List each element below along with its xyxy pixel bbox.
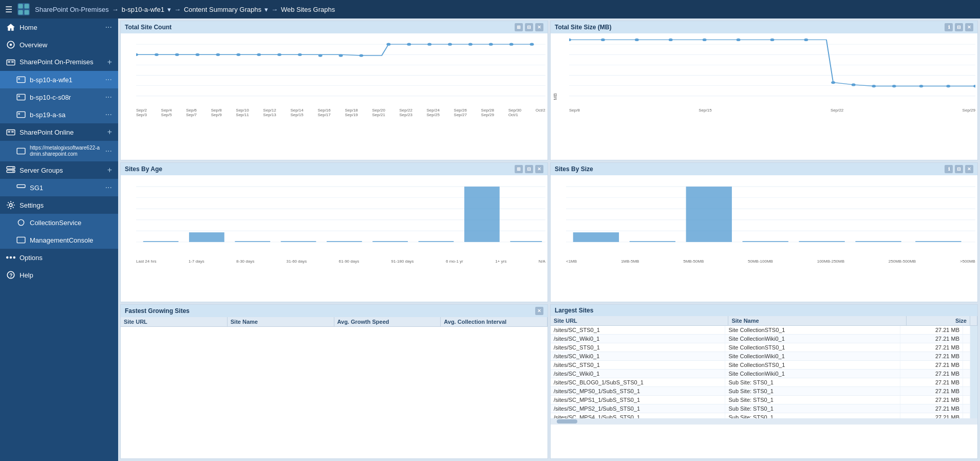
collection-service-icon <box>16 218 26 227</box>
ls-scroll-cell <box>963 413 970 418</box>
svg-point-47 <box>175 53 179 56</box>
close2-icon[interactable]: ✕ <box>965 23 973 31</box>
sidebar-item-home[interactable]: Home ··· <box>0 19 118 36</box>
sp-online-url-icon <box>16 146 26 156</box>
close-icon[interactable]: ✕ <box>535 23 543 31</box>
svg-rect-105 <box>143 241 179 242</box>
svg-rect-24 <box>17 185 25 188</box>
total-site-count-title: Total Site Count <box>125 24 172 31</box>
svg-point-63 <box>510 43 514 46</box>
largest-sites-horizontal-scrollbar[interactable] <box>551 418 977 425</box>
server-groups-label: Server Groups <box>20 167 103 174</box>
sidebar-item-server-groups[interactable]: Server Groups + <box>0 161 118 179</box>
fastest-growing-table-header: Site URL Site Name Avg. Growth Speed Avg… <box>121 317 548 327</box>
grid2-icon[interactable]: ⊟ <box>955 23 963 31</box>
svg-rect-110 <box>372 241 408 242</box>
ls-site-url: /sites/SC_Wiki0_1 <box>551 352 725 360</box>
ls-site-url: /sites/SC_STS0_1 <box>551 326 725 334</box>
sidebar-item-overview[interactable]: Overview <box>0 36 118 53</box>
svg-point-29 <box>6 256 9 259</box>
sites-by-age-controls: ⊞ ⊟ ✕ <box>515 165 543 173</box>
sp-node3-more-icon[interactable]: ··· <box>105 110 112 119</box>
ls-size: 27.21 MB <box>900 387 963 395</box>
ls-size: 27.21 MB <box>900 343 963 352</box>
breadcrumb-node[interactable]: b-sp10-a-wfe1 <box>122 6 164 13</box>
grid4-icon[interactable]: ⊟ <box>955 165 963 173</box>
table-row: /sites/SC_STS0_1 Site CollectionSTS0_1 2… <box>551 343 970 352</box>
server-groups-add-icon[interactable]: + <box>107 165 112 175</box>
sg1-more-icon[interactable]: ··· <box>105 183 112 192</box>
collection-service-label: CollectionService <box>30 219 112 227</box>
sp-online-add-icon[interactable]: + <box>107 127 112 137</box>
breadcrumb-section[interactable]: Content Summary Graphs <box>184 6 261 13</box>
info4-icon[interactable]: ℹ <box>945 165 953 173</box>
sp-node1-more-icon[interactable]: ··· <box>105 75 112 84</box>
sg1-icon <box>16 183 26 192</box>
home-more-icon[interactable]: ··· <box>105 23 112 32</box>
svg-rect-15 <box>18 113 20 115</box>
total-site-count-body: 0 10 20 30 40 50 <box>121 33 548 160</box>
ls-size: 27.21 MB <box>900 413 963 418</box>
ls-site-name: Site CollectionSTS0_1 <box>725 343 900 352</box>
close3-icon[interactable]: ✕ <box>535 165 543 173</box>
ls-size: 27.21 MB <box>900 404 963 413</box>
sidebar-item-help[interactable]: ? Help <box>0 266 118 284</box>
close4-icon[interactable]: ✕ <box>965 165 973 173</box>
sidebar-item-sp-onpremises[interactable]: SharePoint On-Premises + <box>0 53 118 71</box>
breadcrumb-server[interactable]: SharePoint On-Premises <box>35 6 109 13</box>
ls-scroll-cell <box>963 361 970 369</box>
svg-rect-129 <box>743 241 788 242</box>
sidebar-item-settings[interactable]: Settings <box>0 196 118 214</box>
total-site-size-title: Total Site Size (MB) <box>555 24 611 31</box>
svg-point-54 <box>318 54 323 57</box>
expand3-icon[interactable]: ⊞ <box>515 165 523 173</box>
svg-rect-27 <box>17 237 25 243</box>
svg-point-57 <box>386 43 390 46</box>
sp-node3-icon <box>16 110 26 119</box>
sidebar-item-sp-node3[interactable]: b-sp19-a-sa ··· <box>0 106 118 123</box>
sidebar-item-sp-online[interactable]: SharePoint Online + <box>0 123 118 141</box>
largest-sites-body: /sites/SC_STS0_1 Site CollectionSTS0_1 2… <box>551 326 977 418</box>
sp-node2-more-icon[interactable]: ··· <box>105 93 112 102</box>
management-console-icon <box>16 235 26 245</box>
ls-site-url: /sites/SC_STS0_1 <box>551 343 725 352</box>
table-row: /sites/SC_MPS4_1/SubS_STS0_1 Sub Site: S… <box>551 413 970 418</box>
ls-site-url: /sites/SC_MPS4_1/SubS_STS0_1 <box>551 413 725 418</box>
grid3-icon[interactable]: ⊟ <box>525 165 533 173</box>
options-icon <box>6 253 15 262</box>
sidebar-item-options[interactable]: Options <box>0 249 118 266</box>
fastest-growing-controls: ✕ <box>535 307 543 315</box>
sidebar-item-sp-node1[interactable]: b-sp10-a-wfe1 ··· <box>0 71 118 88</box>
table-row: /sites/SC_MPS1_1/SubS_STS0_1 Sub Site: S… <box>551 396 970 404</box>
ls-site-name: Sub Site: STS0_1 <box>725 413 900 418</box>
breadcrumb-page[interactable]: Web Sites Graphs <box>281 6 335 13</box>
table-row: /sites/SC_STS0_1 Site CollectionSTS0_1 2… <box>551 361 970 370</box>
expand-icon[interactable]: ⊞ <box>515 23 523 31</box>
svg-rect-107 <box>235 241 270 242</box>
help-icon: ? <box>6 270 15 280</box>
chevron2-icon: ▾ <box>265 6 268 13</box>
close5-icon[interactable]: ✕ <box>535 307 543 315</box>
col-site-name-fg: Site Name <box>228 317 334 326</box>
sidebar-item-sp-node2[interactable]: b-sp10-c-s08r ··· <box>0 88 118 106</box>
sidebar-item-sp-online-url[interactable]: https://metalogixsoftware622-admin.share… <box>0 141 118 161</box>
home-label: Home <box>20 24 101 31</box>
sp-online-url-more-icon[interactable]: ··· <box>105 146 112 156</box>
ls-site-url: /sites/SC_MPS0_1/SubS_STS0_1 <box>551 387 725 395</box>
ls-site-name: Site CollectionWiki0_1 <box>725 370 900 378</box>
sidebar-item-management-console[interactable]: ManagementConsole <box>0 231 118 249</box>
table-row: /sites/SC_MPS2_1/SubS_STS0_1 Sub Site: S… <box>551 404 970 413</box>
total-site-size-panel: Total Site Size (MB) ℹ ⊟ ✕ MB 0 100 <box>550 21 978 160</box>
sites-by-age-panel: Sites By Age ⊞ ⊟ ✕ 0 10 20 <box>120 162 548 302</box>
settings-label: Settings <box>20 201 112 209</box>
info-icon[interactable]: ℹ <box>945 23 953 31</box>
sg1-label: SG1 <box>30 184 101 192</box>
sp-onpremises-add-icon[interactable]: + <box>107 58 112 67</box>
hamburger-menu-icon[interactable]: ☰ <box>5 5 12 14</box>
grid-icon[interactable]: ⊟ <box>525 23 533 31</box>
sidebar-item-collection-service[interactable]: CollectionService <box>0 214 118 231</box>
svg-point-52 <box>277 53 281 56</box>
svg-point-62 <box>489 43 493 46</box>
sidebar-item-sg1[interactable]: SG1 ··· <box>0 179 118 196</box>
fastest-growing-header: Fastest Growing Sites ✕ <box>121 305 548 317</box>
